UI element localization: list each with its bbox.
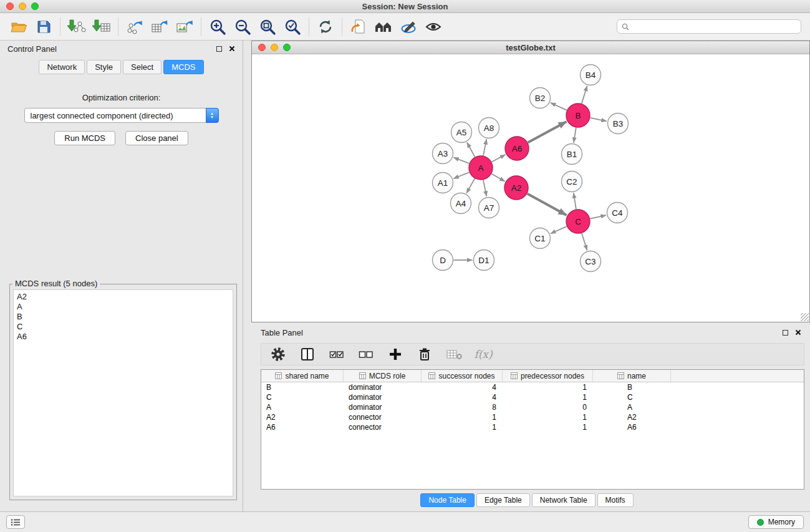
table-cell[interactable]: A [593, 402, 671, 412]
import-table-from-file-button[interactable] [89, 15, 114, 39]
homes-button[interactable] [371, 15, 396, 39]
table-cell[interactable]: 1 [503, 422, 593, 432]
node-D1[interactable]: D1 [474, 250, 494, 271]
show-columns-button[interactable] [298, 345, 317, 364]
node-C4[interactable]: C4 [607, 203, 628, 223]
close-panel-button[interactable] [229, 44, 235, 54]
table-cell[interactable]: 4 [422, 382, 503, 392]
tab-network-table[interactable]: Network Table [532, 493, 595, 507]
node-A7[interactable]: A7 [479, 198, 499, 218]
edge-A-A1[interactable] [453, 172, 469, 178]
table-cell[interactable]: A6 [593, 422, 671, 432]
task-history-button[interactable] [6, 515, 25, 529]
edge-A2-C[interactable] [528, 194, 567, 215]
table-row[interactable]: Cdominator41C [261, 392, 804, 402]
node-C1[interactable]: C1 [530, 228, 551, 249]
edge-C-C2[interactable] [574, 193, 576, 209]
document-export-button[interactable] [346, 15, 371, 39]
delete-column-button[interactable] [415, 345, 434, 364]
node-B1[interactable]: B1 [562, 144, 582, 165]
edge-A-A7[interactable] [483, 180, 486, 196]
node-A4[interactable]: A4 [451, 193, 471, 214]
memory-button[interactable]: Memory [748, 515, 804, 529]
table-cell[interactable]: 0 [503, 402, 593, 412]
table-cell[interactable]: A [261, 402, 344, 412]
node-B3[interactable]: B3 [608, 114, 629, 134]
table-cell[interactable]: dominator [344, 392, 422, 402]
table-row[interactable]: A2connector11A2 [261, 412, 804, 422]
mcds-result-item[interactable]: B [17, 312, 229, 322]
node-A2[interactable]: A2 [504, 176, 528, 200]
table-cell[interactable]: 4 [422, 392, 503, 402]
column-header-shared-name[interactable]: shared name [261, 370, 344, 382]
resize-grip[interactable] [801, 313, 809, 321]
zoom-fit-button[interactable] [255, 15, 280, 39]
table-cell[interactable]: connector [344, 422, 422, 432]
edge-A-A3[interactable] [453, 158, 469, 163]
tab-node-table[interactable]: Node Table [420, 493, 475, 507]
table-cell[interactable]: 1 [422, 422, 503, 432]
column-header-name[interactable]: name [593, 370, 671, 382]
table-cell[interactable]: dominator [344, 402, 422, 412]
edge-A6-B[interactable] [528, 122, 567, 142]
stylus-button[interactable] [396, 15, 421, 39]
edge-B-B2[interactable] [551, 103, 567, 110]
search-input[interactable] [632, 22, 796, 31]
edge-A-A2[interactable] [491, 174, 504, 181]
column-header-MCDS-role[interactable]: MCDS role [344, 370, 422, 382]
float-table-panel-button[interactable] [783, 328, 788, 337]
node-A3[interactable]: A3 [433, 143, 453, 164]
network-canvas[interactable]: B4B2BB3A5A8A6A3B1AA1C2A2A4A7C4CC1C3DD1 [252, 54, 809, 322]
edge-C-C1[interactable] [551, 226, 567, 233]
table-cell[interactable]: 1 [503, 412, 593, 422]
table-row[interactable]: Adominator80A [261, 402, 804, 412]
edge-C-C3[interactable] [582, 233, 587, 250]
function-builder-button[interactable]: f(x) [474, 345, 493, 364]
table-cell[interactable]: C [261, 392, 344, 402]
tab-style[interactable]: Style [87, 60, 121, 74]
show-hide-details-button[interactable] [421, 15, 446, 39]
mcds-result-item[interactable]: A6 [17, 332, 229, 342]
import-network-from-file-button[interactable] [64, 15, 89, 39]
edge-C-C4[interactable] [591, 215, 606, 219]
table-row[interactable]: Bdominator41B [261, 382, 804, 392]
table-cell[interactable]: connector [344, 412, 422, 422]
node-C3[interactable]: C3 [581, 251, 601, 272]
open-session-button[interactable] [6, 15, 31, 39]
table-cell[interactable]: A6 [261, 422, 344, 432]
table-cell[interactable]: 1 [422, 412, 503, 422]
float-panel-button[interactable] [216, 44, 222, 54]
create-column-button[interactable] [386, 345, 405, 364]
table-row[interactable]: A6connector11A6 [261, 422, 804, 432]
zoom-selected-button[interactable] [280, 15, 305, 39]
tab-edge-table[interactable]: Edge Table [476, 493, 530, 507]
table-cell[interactable]: 8 [422, 402, 503, 412]
mcds-result-item[interactable]: A [17, 302, 229, 312]
column-header-successor-nodes[interactable]: successor nodes [422, 370, 503, 382]
mcds-result-item[interactable]: A2 [17, 292, 229, 302]
table-cell[interactable]: 1 [503, 392, 593, 402]
column-header-predecessor-nodes[interactable]: predecessor nodes [503, 370, 593, 382]
table-cell[interactable]: dominator [344, 382, 422, 392]
table-cell[interactable]: A2 [593, 412, 671, 422]
node-A1[interactable]: A1 [433, 173, 453, 193]
tab-network[interactable]: Network [39, 60, 85, 74]
edge-A-A6[interactable] [492, 155, 506, 162]
refresh-layout-button[interactable] [313, 15, 338, 39]
node-B4[interactable]: B4 [581, 65, 601, 85]
export-network-button[interactable] [122, 15, 147, 39]
export-table-button[interactable] [147, 15, 172, 39]
edge-A-A5[interactable] [467, 142, 475, 157]
tab-mcds[interactable]: MCDS [163, 60, 203, 74]
table-cell[interactable]: B [261, 382, 344, 392]
table-cell[interactable]: 1 [503, 382, 593, 392]
edge-B-B1[interactable] [574, 128, 576, 143]
table-cell[interactable]: C [593, 392, 671, 402]
close-table-panel-button[interactable] [795, 328, 801, 337]
network-window-titlebar[interactable]: testGlobe.txt [252, 41, 809, 54]
edge-A-A8[interactable] [483, 139, 486, 155]
edge-B-B3[interactable] [591, 118, 607, 121]
node-A[interactable]: A [469, 156, 493, 180]
edge-A-A4[interactable] [466, 178, 475, 193]
mcds-result-item[interactable]: C [17, 322, 229, 332]
